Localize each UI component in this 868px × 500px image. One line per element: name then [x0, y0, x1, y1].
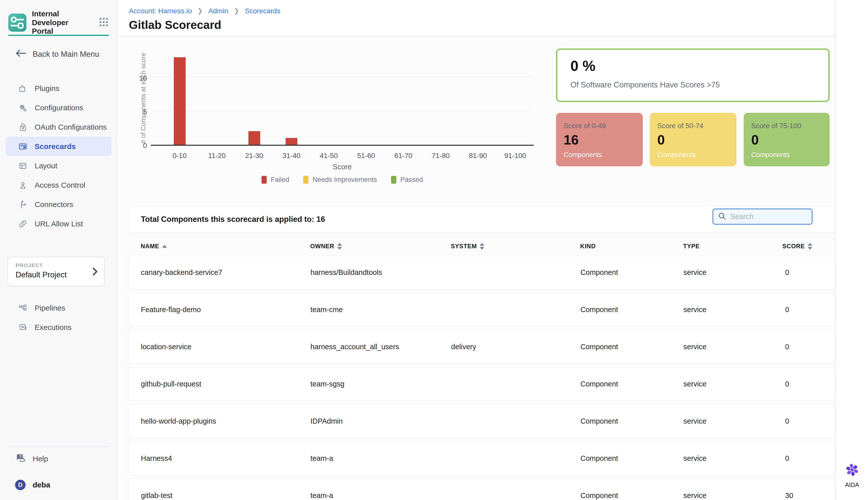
layout-icon — [18, 161, 27, 170]
sidebar-divider — [8, 446, 109, 447]
sidebar-item-pipelines[interactable]: Pipelines — [5, 298, 111, 318]
column-label: TYPE — [683, 243, 700, 250]
sort-icon — [480, 243, 484, 250]
bar-0-10 — [174, 57, 186, 145]
score-card-title: Score of 50-74 — [657, 122, 704, 130]
aida-label: AIDA — [836, 481, 868, 488]
column-header-score[interactable]: SCORE — [782, 243, 835, 250]
table-row[interactable]: Feature-flag-demo team-cme Component ser… — [129, 293, 835, 326]
project-selector[interactable]: PROJECT Default Project — [8, 257, 104, 286]
puzzle-icon — [18, 84, 27, 93]
play-box-icon — [18, 323, 27, 332]
table-row[interactable]: canary-backend-service7 harness/Buildand… — [129, 256, 835, 289]
score-card-75-100: Score of 75-100 0 Components — [744, 113, 830, 166]
legend-label: Needs Improvements — [312, 176, 377, 184]
x-tick-label: 61-70 — [384, 152, 422, 160]
sidebar-item-executions[interactable]: Executions — [5, 318, 111, 337]
right-strip: AIDA — [835, 0, 868, 500]
totals-label: Total Components this scorecard is appli… — [141, 215, 325, 224]
aida-widget[interactable]: AIDA — [836, 462, 868, 488]
gridline — [151, 77, 534, 77]
x-tick-label: 51-60 — [347, 152, 385, 160]
column-header-owner[interactable]: OWNER — [310, 243, 451, 250]
sidebar-item-label: OAuth Configurations — [35, 123, 107, 132]
cell-owner: harness_account_all_users — [310, 343, 451, 351]
project-label: PROJECT — [15, 262, 43, 268]
x-tick-label: 81-90 — [459, 152, 497, 160]
breadcrumb-scorecards-link[interactable]: Scorecards — [245, 7, 280, 15]
cell-kind: Component — [580, 306, 683, 314]
aida-flower-icon — [844, 462, 860, 478]
column-header-name[interactable]: NAME — [141, 243, 310, 250]
score-card-50-74: Score of 50-74 0 Components — [650, 113, 737, 166]
chevron-right-icon: ❯ — [234, 7, 239, 15]
sidebar-item-configurations[interactable]: Configurations — [5, 98, 111, 117]
sidebar-item-label: Scorecards — [35, 142, 76, 151]
table-row[interactable]: location-service harness_account_all_use… — [129, 330, 835, 364]
link-icon — [18, 219, 27, 228]
app: Internal Developer Portal Back to Main M… — [0, 0, 868, 500]
x-tick-label: 31-40 — [273, 152, 310, 160]
x-tick-label: 21-30 — [235, 152, 273, 160]
breadcrumb-admin-link[interactable]: Admin — [208, 7, 228, 15]
score-card-caption: Components — [657, 151, 696, 159]
cell-type: service — [683, 380, 783, 388]
table-row[interactable]: gitlab-test team-a Component service 30 — [129, 479, 835, 500]
cell-name: location-service — [141, 343, 310, 351]
sidebar-item-connectors[interactable]: Connectors — [5, 195, 111, 214]
arrow-left-icon — [15, 49, 26, 59]
sidebar-item-oauth-configurations[interactable]: OAuth Configurations — [5, 117, 111, 137]
table-row[interactable]: Harness4 team-a Component service 0 — [129, 442, 835, 475]
back-to-main-menu[interactable]: Back to Main Menu — [15, 49, 99, 59]
sidebar-item-layout[interactable]: Layout — [5, 156, 111, 175]
score-card-title: Score of 0-49 — [564, 122, 606, 130]
legend-swatch-passed — [391, 176, 396, 184]
column-label: SCORE — [782, 243, 805, 250]
table-row[interactable]: github-pull-request team-sgsg Component … — [129, 367, 835, 401]
score-card-value: 0 — [657, 132, 665, 147]
sidebar-item-plugins[interactable]: Plugins — [5, 79, 111, 98]
gridline — [151, 111, 534, 111]
score-card-caption: Components — [751, 151, 790, 159]
search-box[interactable] — [713, 208, 812, 225]
bar-21-30 — [248, 131, 260, 145]
legend-item-needs-improvements: Needs Improvements — [303, 176, 377, 184]
primary-nav: Plugins Configurations — [5, 79, 111, 234]
x-tick-label: 41-50 — [310, 152, 348, 160]
search-icon — [718, 212, 726, 221]
user-menu[interactable]: D deba — [14, 479, 50, 491]
sidebar-item-scorecards[interactable]: Scorecards — [5, 137, 111, 156]
user-name: deba — [33, 481, 50, 489]
page-header: Account: Harness.io ❯ Admin ❯ Scorecards… — [117, 0, 835, 36]
table-row[interactable]: hello-world-app-plugins IDPAdmin Compone… — [129, 405, 835, 438]
score-card-0-49: Score of 0-49 16 Components — [556, 113, 643, 166]
cell-owner: team-cme — [310, 306, 451, 314]
cell-owner: team-a — [310, 491, 451, 500]
help-button[interactable]: ? Help — [15, 452, 48, 465]
column-header-kind[interactable]: KIND — [580, 243, 683, 250]
search-input[interactable] — [730, 213, 825, 221]
secondary-nav: Pipelines Executions — [5, 298, 111, 337]
app-grid-icon[interactable] — [99, 17, 109, 28]
brand-title: Internal Developer Portal — [32, 10, 87, 36]
column-label: KIND — [580, 243, 596, 250]
sidebar-item-url-allow-list[interactable]: URL Allow List — [5, 214, 111, 234]
percent-caption: Of Software Components Have Scores >75 — [570, 80, 720, 89]
column-header-system[interactable]: SYSTEM — [451, 243, 580, 250]
table-header: NAME OWNER SYSTEM KIND TYPE SCORE — [129, 239, 835, 253]
project-name: Default Project — [15, 270, 67, 280]
cell-score: 0 — [783, 454, 835, 463]
sidebar-item-label: Configurations — [35, 103, 83, 112]
column-header-type[interactable]: TYPE — [683, 243, 782, 250]
sidebar-item-label: Access Control — [35, 181, 85, 190]
cell-owner: harness/Buildandtools — [310, 268, 451, 277]
breadcrumb-account-link[interactable]: Account: Harness.io — [129, 7, 192, 15]
sidebar-item-access-control[interactable]: Access Control — [5, 175, 111, 195]
cell-type: service — [683, 417, 783, 425]
score-card-caption: Components — [564, 151, 602, 159]
sort-asc-icon — [162, 245, 167, 248]
lock-icon — [18, 123, 27, 132]
idp-logo-icon — [8, 14, 26, 32]
chart-y-ticks: 0510 — [127, 48, 147, 146]
avatar: D — [14, 479, 27, 491]
